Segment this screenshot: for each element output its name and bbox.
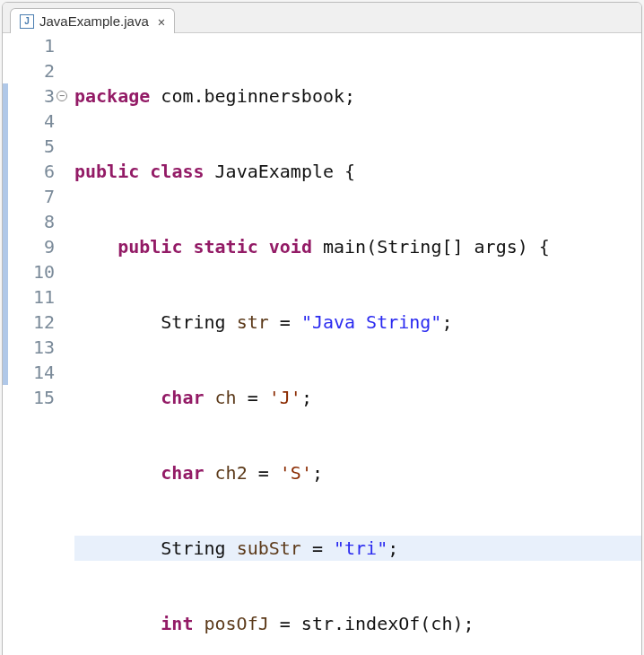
marker-column xyxy=(3,33,19,655)
code-lines[interactable]: package com.beginnersbook; public class … xyxy=(58,33,641,655)
line-number: 11 xyxy=(19,284,55,310)
line-number: 1 xyxy=(19,33,55,58)
editor-tab-label: JavaExample.java xyxy=(39,13,149,29)
line-number: 3− xyxy=(19,83,55,109)
line-number: 15 xyxy=(19,385,55,410)
editor-tab[interactable]: J JavaExample.java ✕ xyxy=(10,8,175,33)
fold-minus-icon[interactable]: − xyxy=(57,91,67,101)
code-line: public static void main(String[] args) { xyxy=(74,234,641,259)
code-line: char ch2 = 'S'; xyxy=(74,460,641,485)
code-line: char ch = 'J'; xyxy=(74,385,641,410)
line-number: 6 xyxy=(19,159,55,184)
code-line: String str = "Java String"; xyxy=(74,310,641,335)
close-icon[interactable]: ✕ xyxy=(158,14,165,29)
code-line: int posOfJ = str.indexOf(ch); xyxy=(74,611,641,636)
line-number: 10 xyxy=(19,259,55,284)
line-number-gutter: 1 2 3− 4 5 6 7 8 9 10 11 12 13 14 15 xyxy=(19,33,58,655)
code-area[interactable]: 1 2 3− 4 5 6 7 8 9 10 11 12 13 14 15 pac… xyxy=(3,33,641,655)
editor-panel: J JavaExample.java ✕ 1 2 3− 4 xyxy=(2,2,642,655)
code-line: package com.beginnersbook; xyxy=(74,83,641,109)
line-number: 9 xyxy=(19,234,55,259)
line-number: 5 xyxy=(19,134,55,159)
line-number: 12 xyxy=(19,310,55,335)
code-line-highlighted: String subStr = "tri"; xyxy=(74,536,641,561)
code-line: public class JavaExample { xyxy=(74,159,641,184)
line-number: 2 xyxy=(19,58,55,83)
line-number: 14 xyxy=(19,360,55,385)
java-file-icon: J xyxy=(20,14,34,29)
line-number: 7 xyxy=(19,184,55,209)
line-number: 4 xyxy=(19,109,55,134)
line-number: 13 xyxy=(19,335,55,360)
editor-tab-bar: J JavaExample.java ✕ xyxy=(3,3,641,33)
line-number: 8 xyxy=(19,209,55,234)
